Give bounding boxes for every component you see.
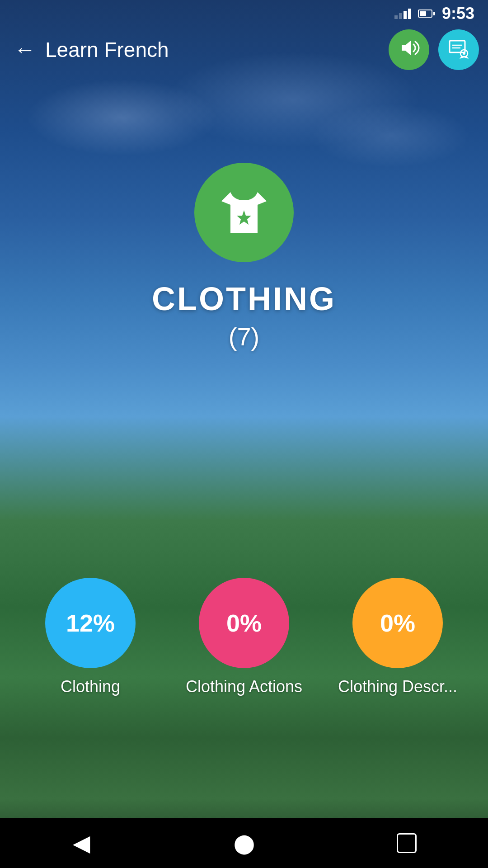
clothing-desc-percent: 0%	[380, 609, 415, 637]
shirt-icon	[217, 188, 271, 237]
toolbar-actions	[389, 29, 479, 70]
clothing-percent: 12%	[66, 609, 115, 637]
speaker-button[interactable]	[389, 29, 429, 70]
clothing-label: Clothing	[61, 677, 120, 696]
speaker-icon	[398, 37, 420, 63]
back-button[interactable]: ←	[9, 34, 41, 66]
clothing-progress-circle: 12%	[45, 578, 136, 668]
clothing-actions-progress-circle: 0%	[199, 578, 289, 668]
nav-back-button[interactable]: ◀	[59, 825, 104, 861]
svg-rect-0	[450, 41, 465, 52]
page-title: Learn French	[41, 38, 389, 62]
status-bar: 9:53	[0, 0, 488, 27]
subcategory-clothing[interactable]: 12% Clothing	[14, 578, 167, 696]
nav-recents-button[interactable]	[384, 825, 429, 861]
nav-recents-icon	[397, 833, 417, 853]
clothing-desc-progress-circle: 0%	[352, 578, 443, 668]
svg-point-4	[463, 52, 465, 55]
category-icon-circle	[194, 163, 294, 262]
subcategories-row: 12% Clothing 0% Clothing Actions 0% Clot…	[0, 578, 488, 696]
category-count: (7)	[229, 322, 259, 351]
certificate-button[interactable]	[438, 29, 479, 70]
battery-icon	[418, 9, 435, 18]
nav-bar: ◀ ⬤	[0, 818, 488, 868]
toolbar: ← Learn French	[0, 25, 488, 75]
certificate-icon	[448, 37, 469, 63]
main-content: CLOTHING (7)	[0, 72, 488, 351]
subcategory-clothing-desc[interactable]: 0% Clothing Descr...	[321, 578, 474, 696]
status-time: 9:53	[442, 4, 474, 23]
category-title: CLOTHING	[152, 280, 336, 317]
nav-back-icon: ◀	[73, 830, 90, 856]
clothing-actions-label: Clothing Actions	[186, 677, 302, 696]
nav-home-icon: ⬤	[234, 832, 255, 854]
clothing-desc-label: Clothing Descr...	[338, 677, 457, 696]
signal-icon	[394, 9, 411, 19]
nav-home-button[interactable]: ⬤	[221, 825, 267, 861]
back-arrow-icon: ←	[14, 39, 36, 61]
clothing-actions-percent: 0%	[226, 609, 262, 637]
subcategory-clothing-actions[interactable]: 0% Clothing Actions	[167, 578, 321, 696]
